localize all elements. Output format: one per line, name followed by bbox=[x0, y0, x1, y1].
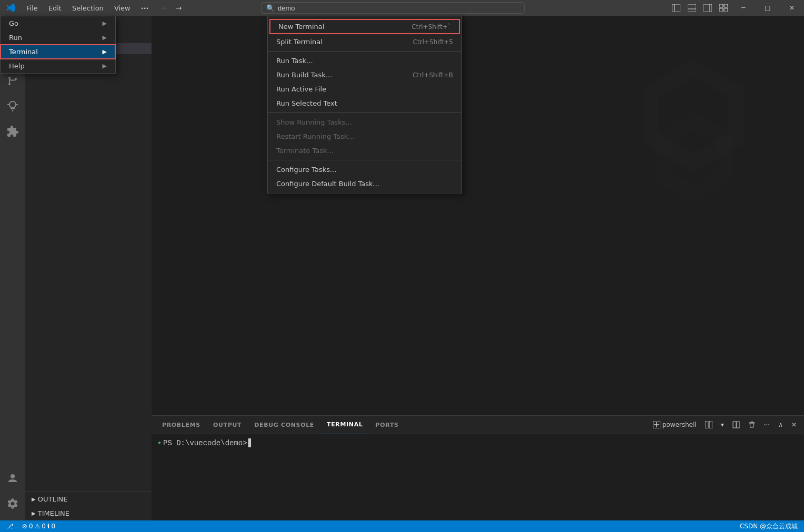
submenu-show-running-tasks: Show Running Tasks... bbox=[268, 115, 461, 129]
statusbar-git[interactable]: ⎇ bbox=[4, 520, 16, 532]
help-arrow-icon: ▶ bbox=[103, 63, 107, 69]
new-terminal-wrapper: New Terminal Ctrl+Shift+` bbox=[268, 18, 461, 35]
restart-running-task-label: Restart Running Task... bbox=[276, 132, 355, 140]
svg-rect-8 bbox=[719, 8, 723, 12]
menu-more[interactable]: ··· bbox=[136, 0, 154, 16]
submenu-terminate-task: Terminate Task... bbox=[268, 144, 461, 158]
run-task-label: Run Task... bbox=[276, 57, 313, 65]
submenu-restart-running-task: Restart Running Task... bbox=[268, 129, 461, 144]
maximize-button[interactable]: □ bbox=[756, 0, 780, 16]
submenu-divider-1 bbox=[268, 51, 461, 52]
search-icon: 🔍 bbox=[266, 4, 275, 12]
menu-view[interactable]: View bbox=[109, 0, 136, 16]
submenu-divider-2 bbox=[268, 112, 461, 113]
layout-grid-button[interactable] bbox=[716, 0, 731, 16]
window-controls: ─ □ ✕ bbox=[668, 0, 804, 16]
menu-bar: File Edit Selection View ··· bbox=[21, 0, 154, 16]
menu-help[interactable]: Help ▶ bbox=[1, 59, 115, 73]
error-count: 0 bbox=[29, 523, 33, 530]
run-active-file-label: Run Active File bbox=[276, 85, 326, 93]
minimize-button[interactable]: ─ bbox=[731, 0, 756, 16]
statusbar: ⎇ ⊗ 0 ⚠ 0 ℹ 0 CSDN @众合云成城 bbox=[0, 520, 804, 532]
menu-go[interactable]: Go ▶ bbox=[1, 16, 115, 30]
git-branch-icon: ⎇ bbox=[6, 523, 14, 530]
submenu-configure-tasks[interactable]: Configure Tasks... bbox=[268, 162, 461, 177]
submenu-divider-3 bbox=[268, 160, 461, 160]
show-running-tasks-label: Show Running Tasks... bbox=[276, 118, 352, 126]
svg-rect-9 bbox=[724, 8, 728, 12]
layout-panel-button[interactable] bbox=[684, 0, 700, 16]
close-button[interactable]: ✕ bbox=[780, 0, 804, 16]
svg-rect-0 bbox=[672, 4, 680, 12]
nav-back-button[interactable]: ← bbox=[158, 1, 172, 15]
submenu-run-build-task[interactable]: Run Build Task... Ctrl+Shift+B bbox=[268, 68, 461, 82]
submenu-run-active-file[interactable]: Run Active File bbox=[268, 82, 461, 96]
run-build-task-label: Run Build Task... bbox=[276, 71, 332, 79]
terminal-submenu: New Terminal Ctrl+Shift+` Split Terminal… bbox=[267, 16, 462, 193]
titlebar: File Edit Selection View ··· ← → 🔍 ─ □ ✕ bbox=[0, 0, 804, 16]
submenu-new-terminal[interactable]: New Terminal Ctrl+Shift+` bbox=[270, 19, 459, 34]
svg-rect-7 bbox=[724, 4, 728, 7]
warning-count: 0 bbox=[42, 523, 46, 530]
csdn-label: CSDN @众合云成城 bbox=[740, 522, 798, 531]
terminal-arrow-icon: ▶ bbox=[103, 48, 107, 55]
search-input[interactable] bbox=[278, 4, 520, 12]
warning-icon: ⚠ bbox=[35, 523, 41, 530]
statusbar-csdn[interactable]: CSDN @众合云成城 bbox=[738, 520, 800, 532]
search-bar[interactable]: 🔍 bbox=[262, 2, 525, 14]
submenu-split-terminal[interactable]: Split Terminal Ctrl+Shift+5 bbox=[268, 35, 461, 49]
terminate-task-label: Terminate Task... bbox=[276, 147, 334, 155]
run-selected-text-label: Run Selected Text bbox=[276, 99, 337, 107]
new-terminal-label: New Terminal bbox=[278, 23, 324, 30]
configure-default-build-label: Configure Default Build Task... bbox=[276, 180, 379, 188]
layout-sidebar-right-button[interactable] bbox=[700, 0, 716, 16]
menu-run[interactable]: Run ▶ bbox=[1, 30, 115, 45]
submenu-run-selected-text[interactable]: Run Selected Text bbox=[268, 96, 461, 110]
nav-forward-button[interactable]: → bbox=[172, 1, 186, 15]
menu-edit[interactable]: Edit bbox=[43, 0, 67, 16]
error-icon: ⊗ bbox=[22, 523, 27, 530]
vscode-icon bbox=[0, 0, 21, 16]
svg-rect-6 bbox=[719, 4, 723, 7]
submenu-run-task[interactable]: Run Task... bbox=[268, 54, 461, 68]
go-arrow-icon: ▶ bbox=[103, 20, 107, 27]
run-build-task-shortcut: Ctrl+Shift+B bbox=[413, 71, 453, 79]
svg-rect-2 bbox=[688, 4, 696, 12]
menu-file[interactable]: File bbox=[21, 0, 43, 16]
split-terminal-shortcut: Ctrl+Shift+5 bbox=[413, 38, 453, 46]
new-terminal-shortcut: Ctrl+Shift+` bbox=[411, 23, 451, 30]
configure-tasks-label: Configure Tasks... bbox=[276, 166, 336, 173]
terminal-menu-dropdown: Go ▶ Run ▶ Terminal ▶ Help ▶ bbox=[0, 16, 116, 74]
submenu-configure-default-build[interactable]: Configure Default Build Task... bbox=[268, 177, 461, 191]
run-arrow-icon: ▶ bbox=[103, 34, 107, 41]
nav-buttons: ← → bbox=[158, 1, 186, 15]
split-terminal-label: Split Terminal bbox=[276, 38, 323, 46]
menu-terminal[interactable]: Terminal ▶ bbox=[1, 45, 115, 59]
statusbar-left: ⎇ ⊗ 0 ⚠ 0 ℹ 0 bbox=[0, 520, 62, 532]
svg-rect-4 bbox=[704, 4, 712, 12]
layout-sidebar-button[interactable] bbox=[668, 0, 684, 16]
menu-overlay[interactable]: Go ▶ Run ▶ Terminal ▶ Help ▶ New Termina… bbox=[0, 16, 804, 520]
info-count: 0 bbox=[52, 523, 56, 530]
statusbar-right: CSDN @众合云成城 bbox=[733, 520, 804, 532]
statusbar-errors[interactable]: ⊗ 0 ⚠ 0 ℹ 0 bbox=[20, 520, 57, 532]
menu-selection[interactable]: Selection bbox=[67, 0, 109, 16]
info-icon: ℹ bbox=[47, 523, 50, 530]
